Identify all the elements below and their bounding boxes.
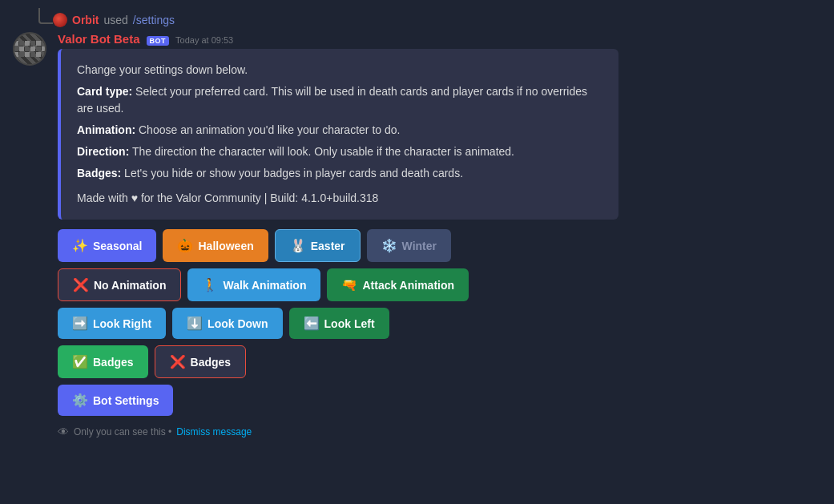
easter-label: Easter [311, 240, 345, 252]
easter-button[interactable]: 🐰 Easter [275, 229, 361, 262]
left-arrow-icon: ⬅️ [304, 316, 320, 331]
walk-animation-button[interactable]: 🚶 Walk Animation [187, 268, 320, 301]
winter-label: Winter [402, 240, 437, 252]
halloween-label: Halloween [198, 240, 253, 252]
gear-icon: ⚙️ [72, 393, 88, 408]
used-text: used [103, 14, 127, 26]
look-down-button[interactable]: ⬇️ Look Down [172, 308, 282, 339]
direction-text: Direction: The direction the character w… [77, 143, 602, 160]
x-circle-icon: ❌ [73, 277, 89, 292]
settings-card: Change your settings down below. Card ty… [58, 49, 618, 220]
card-type-text: Card type: Select your preferred card. T… [77, 83, 602, 117]
down-arrow-icon: ⬇️ [187, 316, 203, 331]
badges-off-label: Badges [191, 356, 232, 369]
only-you-text: Only you can see this • [74, 426, 171, 437]
walk-icon: 🚶 [202, 277, 218, 292]
look-left-button[interactable]: ⬅️ Look Left [289, 308, 389, 339]
bot-badge: BOT [147, 36, 170, 46]
bot-settings-button[interactable]: ⚙️ Bot Settings [58, 385, 173, 416]
look-right-button[interactable]: ➡️ Look Right [58, 308, 166, 339]
animation-text: Animation: Choose an animation you'd lik… [77, 122, 602, 139]
sparkle-icon: ✨ [72, 238, 88, 253]
gun-icon: 🔫 [341, 277, 357, 292]
badges-text: Badges: Let's you hide or show your badg… [77, 165, 602, 182]
intro-text: Change your settings down below. [77, 62, 602, 79]
seasonal-label: Seasonal [93, 240, 142, 252]
orbit-username: Orbit [72, 14, 99, 26]
x-icon: ❌ [170, 354, 186, 369]
bot-avatar [13, 32, 46, 66]
look-down-label: Look Down [207, 317, 268, 330]
attack-animation-label: Attack Animation [362, 279, 454, 292]
command-text: /settings [133, 14, 175, 26]
rabbit-icon: 🐰 [290, 238, 306, 253]
check-circle-icon: ✅ [72, 354, 88, 369]
bot-name: Valor Bot Beta [58, 32, 140, 46]
card-type-row: ✨ Seasonal 🎃 Halloween 🐰 Easter ❄️ Winte… [58, 229, 821, 262]
no-animation-label: No Animation [94, 279, 166, 292]
buttons-section: ✨ Seasonal 🎃 Halloween 🐰 Easter ❄️ Winte… [58, 229, 821, 416]
eye-icon: 👁 [58, 425, 69, 438]
made-with-text: Made with ♥ for the Valor Community | Bu… [77, 190, 602, 207]
badges-on-label: Badges [93, 356, 134, 369]
halloween-button[interactable]: 🎃 Halloween [163, 229, 268, 262]
right-arrow-icon: ➡️ [72, 316, 88, 331]
winter-button[interactable]: ❄️ Winter [367, 229, 451, 262]
attack-animation-button[interactable]: 🔫 Attack Animation [327, 268, 469, 301]
badges-off-button[interactable]: ❌ Badges [155, 345, 247, 378]
bot-settings-label: Bot Settings [93, 394, 159, 407]
direction-row: ➡️ Look Right ⬇️ Look Down ⬅️ Look Left [58, 308, 821, 339]
badges-row: ✅ Badges ❌ Badges [58, 345, 821, 378]
badges-on-button[interactable]: ✅ Badges [58, 345, 148, 378]
bot-settings-row: ⚙️ Bot Settings [58, 385, 821, 416]
look-left-label: Look Left [324, 317, 375, 330]
animation-row: ❌ No Animation 🚶 Walk Animation 🔫 Attack… [58, 268, 821, 301]
no-animation-button[interactable]: ❌ No Animation [58, 268, 181, 301]
seasonal-button[interactable]: ✨ Seasonal [58, 229, 156, 262]
look-right-label: Look Right [93, 317, 151, 330]
pumpkin-icon: 🎃 [177, 238, 193, 253]
message-header: Valor Bot Beta BOT Today at 09:53 [58, 32, 821, 46]
dismiss-link[interactable]: Dismiss message [176, 426, 252, 437]
message-timestamp: Today at 09:53 [175, 35, 233, 45]
snowflake-icon: ❄️ [381, 238, 397, 253]
visibility-bar: 👁 Only you can see this • Dismiss messag… [13, 425, 821, 438]
walk-animation-label: Walk Animation [223, 279, 306, 292]
